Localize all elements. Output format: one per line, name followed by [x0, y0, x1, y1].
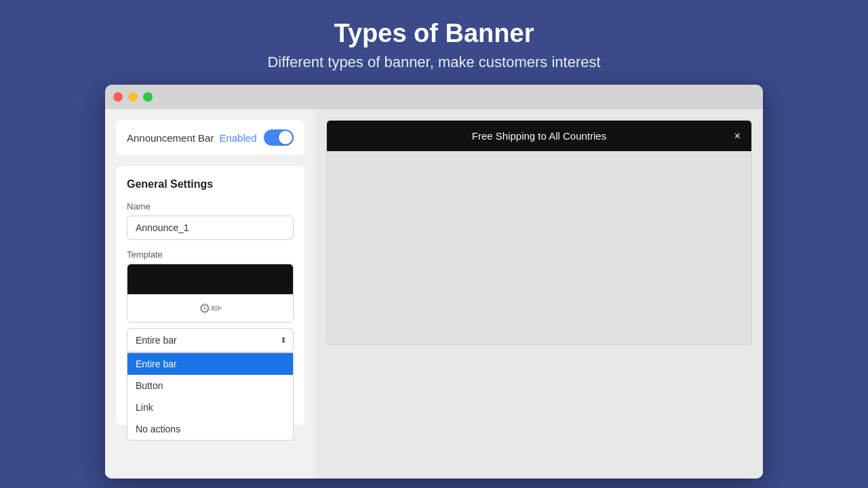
app-window: Announcement Bar Enabled General Setting… — [105, 85, 763, 479]
announcement-bar-toggle[interactable] — [264, 129, 294, 146]
name-input[interactable] — [127, 216, 294, 240]
dropdown-wrapper: Entire barButtonLinkNo actions ⬍ Entire … — [127, 328, 294, 352]
page-header: Types of Banner Different types of banne… — [267, 0, 600, 85]
template-black-bar — [127, 264, 293, 294]
window-body: Announcement Bar Enabled General Setting… — [105, 109, 763, 479]
template-select[interactable]: Entire barButtonLinkNo actions — [127, 328, 294, 352]
page-title: Types of Banner — [267, 19, 600, 48]
window-titlebar — [105, 85, 763, 109]
enabled-label: Enabled — [219, 132, 256, 144]
preview-announcement-text: Free Shipping to All Countries — [472, 130, 606, 142]
window-close-button[interactable] — [113, 92, 123, 102]
dropdown-option-entire-bar[interactable]: Entire bar — [127, 353, 293, 375]
right-panel: Free Shipping to All Countries × — [315, 109, 763, 479]
left-panel: Announcement Bar Enabled General Setting… — [105, 109, 315, 479]
dropdown-option-link[interactable]: Link — [127, 396, 293, 418]
template-icon-row: ⚙✏ — [127, 294, 293, 322]
preview-body — [327, 151, 751, 344]
preview-close-button[interactable]: × — [734, 131, 741, 142]
window-maximize-button[interactable] — [143, 92, 153, 102]
announcement-bar-label: Announcement Bar — [127, 132, 214, 144]
announcement-bar-toggle-card: Announcement Bar Enabled — [116, 120, 304, 155]
page-subtitle: Different types of banner, make customer… — [267, 54, 600, 71]
template-label: Template — [127, 249, 294, 260]
template-preview: ⚙✏ — [127, 264, 294, 323]
name-label: Name — [127, 201, 294, 211]
template-edit-icon: ⚙✏ — [199, 300, 222, 317]
preview-container: Free Shipping to All Countries × — [326, 120, 752, 345]
dropdown-list: Entire bar Button Link No actions — [127, 352, 294, 441]
dropdown-option-no-actions[interactable]: No actions — [127, 418, 293, 440]
dropdown-option-button[interactable]: Button — [127, 375, 293, 396]
settings-title: General Settings — [127, 178, 294, 190]
settings-card: General Settings Name Template ⚙✏ Entire… — [116, 166, 304, 425]
preview-announcement-bar: Free Shipping to All Countries × — [327, 121, 751, 151]
window-minimize-button[interactable] — [128, 92, 138, 102]
